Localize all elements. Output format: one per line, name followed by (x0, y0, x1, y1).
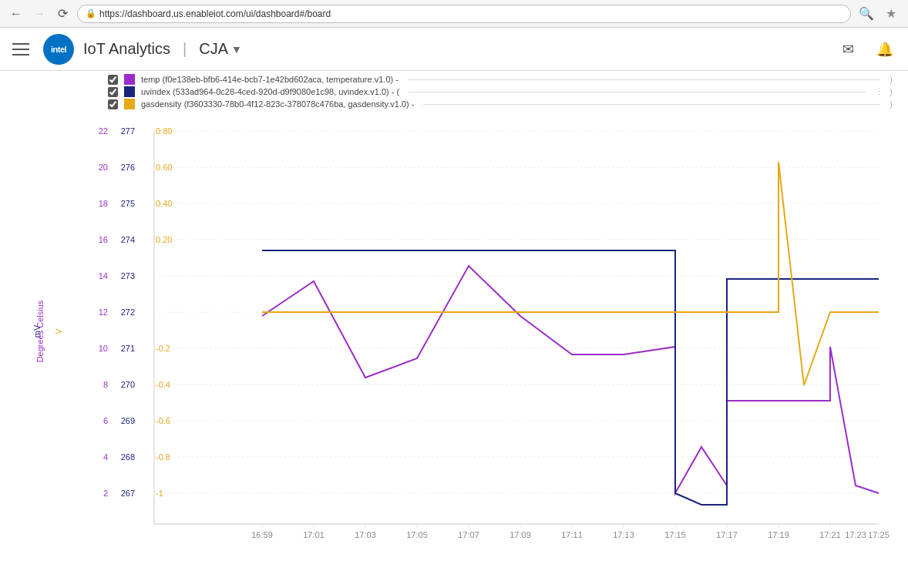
svg-text:17:07: 17:07 (458, 530, 479, 539)
svg-text:0.20: 0.20 (156, 235, 172, 244)
svg-text:17:05: 17:05 (406, 530, 428, 539)
svg-text:17:21: 17:21 (819, 530, 841, 539)
svg-text:269: 269 (121, 416, 135, 425)
svg-text:10: 10 (99, 344, 108, 353)
lock-icon: 🔒 (86, 8, 96, 18)
forward-button[interactable]: → (31, 5, 48, 22)
mail-button[interactable]: ✉ (834, 35, 862, 63)
legend-label-uvindex: uvindex (533ad964-0c28-4ced-920d-d9f9080… (141, 87, 399, 96)
legend-item-gasdensity: gasdensity (f3603330-78b0-4f12-823c-3780… (108, 99, 893, 109)
legend-checkbox-uvindex[interactable] (108, 87, 118, 97)
hamburger-line-2 (12, 49, 29, 50)
url-text: https://dashboard.us.enableiot.com/ui/da… (99, 8, 331, 19)
svg-text:16: 16 (99, 235, 108, 244)
svg-text:267: 267 (121, 489, 135, 498)
svg-text:0.40: 0.40 (156, 199, 172, 208)
svg-text:-0.8: -0.8 (156, 452, 170, 462)
svg-text:17:03: 17:03 (355, 530, 376, 539)
legend-color-uvindex (124, 86, 135, 97)
svg-text:17:15: 17:15 (664, 530, 686, 539)
legend-label-gasdensity: gasdensity (f3603330-78b0-4f12-823c-3780… (141, 99, 414, 109)
legend-item-temp: temp (f0e138eb-bfb6-414e-bcb7-1e42bd602a… (108, 74, 893, 85)
svg-text:275: 275 (121, 199, 135, 208)
svg-text:14: 14 (99, 271, 108, 281)
mid-axis-label: mV (32, 325, 42, 338)
svg-text:268: 268 (121, 452, 135, 462)
svg-text:270: 270 (121, 380, 135, 389)
svg-text:20: 20 (99, 163, 108, 172)
header-divider: | (183, 40, 187, 58)
svg-text:17:09: 17:09 (509, 530, 531, 539)
chart-area: Degrees Celsius mV V 22 20 18 16 (0, 116, 908, 555)
svg-text:18: 18 (99, 199, 108, 208)
svg-text:274: 274 (121, 235, 135, 244)
legend-item-uvindex: uvindex (533ad964-0c28-4ced-920d-d9f9080… (108, 86, 893, 97)
reload-button[interactable]: ⟳ (54, 5, 71, 22)
svg-text:22: 22 (99, 126, 108, 136)
svg-text:-0.4: -0.4 (156, 380, 170, 389)
svg-text:276: 276 (121, 163, 135, 172)
svg-text:277: 277 (121, 126, 135, 136)
svg-text:-0.2: -0.2 (156, 344, 170, 353)
svg-text:-1: -1 (156, 489, 163, 498)
legend-checkbox-temp[interactable] (108, 75, 118, 85)
svg-text:17:19: 17:19 (768, 530, 789, 539)
bell-icon: 🔔 (876, 41, 893, 58)
svg-text:0.80: 0.80 (156, 126, 172, 136)
chart-legend: temp (f0e138eb-bfb6-414e-bcb7-1e42bd602a… (0, 71, 908, 116)
browser-chrome: ← → ⟳ 🔒 https://dashboard.us.enableiot.c… (0, 0, 908, 28)
dropdown-arrow-icon: ▼ (231, 43, 242, 55)
search-browser-button[interactable]: 🔍 (857, 5, 876, 23)
svg-text:271: 271 (121, 344, 135, 353)
svg-text:12: 12 (99, 307, 108, 317)
svg-text:8: 8 (103, 380, 108, 389)
svg-text:273: 273 (121, 271, 135, 281)
svg-text:16:59: 16:59 (251, 530, 273, 539)
svg-text:17:11: 17:11 (561, 530, 583, 539)
svg-text:17:17: 17:17 (716, 530, 738, 539)
mail-icon: ✉ (842, 41, 854, 58)
hamburger-line-1 (12, 43, 29, 45)
svg-text:4: 4 (103, 452, 108, 462)
svg-text:17:13: 17:13 (613, 530, 634, 539)
right-axis-label: V (54, 328, 63, 334)
account-dropdown[interactable]: CJA ▼ (199, 40, 242, 58)
svg-text:6: 6 (103, 416, 108, 425)
back-button[interactable]: ← (8, 5, 25, 22)
account-name: CJA (199, 40, 228, 58)
legend-label-temp: temp (f0e138eb-bfb6-414e-bcb7-1e42bd602a… (141, 75, 399, 84)
svg-text:17:23: 17:23 (845, 530, 866, 539)
bookmark-button[interactable]: ★ (882, 5, 900, 23)
svg-text:0.60: 0.60 (156, 163, 172, 172)
svg-text:17:01: 17:01 (303, 530, 325, 539)
hamburger-menu-button[interactable] (9, 37, 34, 62)
legend-color-gasdensity (124, 99, 135, 109)
svg-text:17:25: 17:25 (868, 530, 890, 539)
legend-color-temp (124, 74, 135, 85)
app-title: IoT Analytics (83, 40, 170, 58)
svg-rect-1 (154, 131, 879, 524)
address-bar[interactable]: 🔒 https://dashboard.us.enableiot.com/ui/… (77, 5, 851, 23)
hamburger-line-3 (12, 54, 29, 55)
svg-text:272: 272 (121, 307, 135, 317)
svg-text:2: 2 (103, 489, 108, 498)
intel-logo: intel (43, 34, 74, 65)
app-header: intel IoT Analytics | CJA ▼ ✉ 🔔 (0, 28, 908, 71)
legend-checkbox-gasdensity[interactable] (108, 99, 118, 109)
notifications-button[interactable]: 🔔 (871, 35, 899, 63)
chart-svg: 22 20 18 16 14 12 10 8 6 4 2 277 276 275… (0, 116, 908, 555)
svg-text:-0.6: -0.6 (156, 416, 170, 425)
